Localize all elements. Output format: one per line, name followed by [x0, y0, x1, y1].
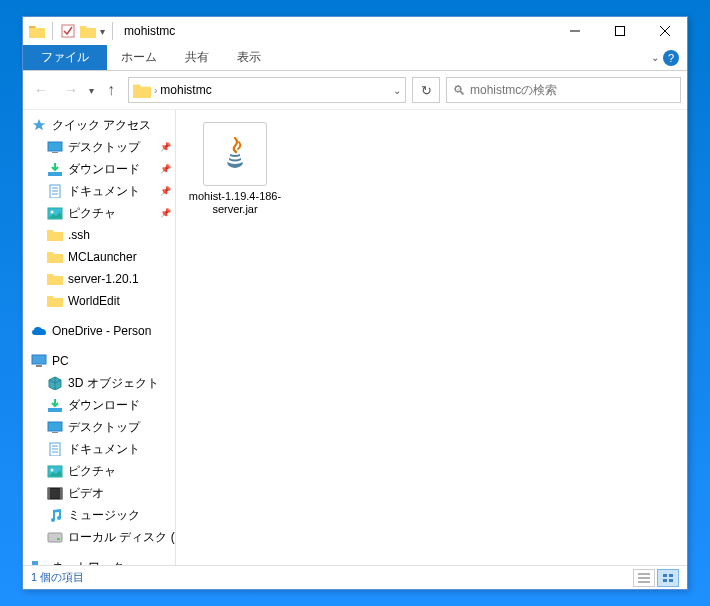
3d-icon — [47, 376, 63, 390]
nav-quick-item[interactable]: ピクチャ📌 — [23, 202, 175, 224]
close-button[interactable] — [642, 17, 687, 45]
pc-icon — [31, 354, 47, 368]
svg-rect-38 — [669, 579, 673, 582]
help-icon[interactable]: ? — [663, 50, 679, 66]
svg-rect-0 — [62, 25, 74, 37]
search-input[interactable] — [470, 83, 674, 97]
ribbon-tabs: ファイル ホーム 共有 表示 ⌄ ? — [23, 45, 687, 71]
document-icon — [47, 184, 63, 198]
ribbon-expand-icon[interactable]: ⌄ — [651, 52, 659, 63]
disk-icon — [47, 530, 63, 544]
pin-icon: 📌 — [160, 164, 171, 174]
address-folder-icon — [133, 82, 151, 98]
file-name: mohist-1.19.4-186-server.jar — [188, 190, 282, 216]
svg-rect-17 — [48, 422, 62, 431]
qat-properties-icon[interactable] — [60, 23, 76, 39]
tab-view[interactable]: 表示 — [223, 45, 275, 70]
svg-rect-29 — [57, 538, 60, 540]
separator — [52, 22, 53, 40]
star-icon — [31, 118, 47, 132]
nav-quick-item[interactable]: WorldEdit — [23, 290, 175, 312]
recent-locations-icon[interactable]: ▾ — [89, 85, 94, 96]
minimize-button[interactable] — [552, 17, 597, 45]
forward-button[interactable]: → — [59, 78, 83, 102]
svg-rect-2 — [615, 27, 624, 36]
back-button[interactable]: ← — [29, 78, 53, 102]
cloud-icon — [31, 324, 47, 338]
nav-network[interactable]: ネットワーク — [23, 556, 175, 565]
view-details-button[interactable] — [633, 569, 655, 587]
svg-rect-27 — [60, 488, 62, 499]
nav-quick-item[interactable]: .ssh — [23, 224, 175, 246]
svg-point-24 — [51, 469, 54, 472]
folder-icon — [47, 294, 63, 308]
nav-pc-item[interactable]: デスクトップ — [23, 416, 175, 438]
chevron-right-icon[interactable]: › — [154, 85, 157, 96]
svg-rect-18 — [52, 432, 58, 433]
svg-rect-7 — [48, 172, 62, 176]
svg-rect-30 — [32, 561, 38, 565]
nav-quick-item[interactable]: デスクトップ📌 — [23, 136, 175, 158]
svg-rect-28 — [48, 533, 62, 542]
navigation-bar: ← → ▾ ↑ › mohistmc ⌄ ↻ 🔍︎ — [23, 71, 687, 109]
search-icon: 🔍︎ — [453, 83, 466, 98]
nav-pc-item[interactable]: ドキュメント — [23, 438, 175, 460]
nav-quick-item[interactable]: MCLauncher — [23, 246, 175, 268]
nav-pc-item[interactable]: ダウンロード — [23, 394, 175, 416]
svg-rect-5 — [48, 142, 62, 151]
svg-rect-25 — [48, 488, 62, 499]
pin-icon: 📌 — [160, 142, 171, 152]
svg-rect-36 — [669, 574, 673, 577]
svg-point-13 — [51, 211, 54, 214]
tab-home[interactable]: ホーム — [107, 45, 171, 70]
pin-icon: 📌 — [160, 186, 171, 196]
nav-quick-item[interactable]: ドキュメント📌 — [23, 180, 175, 202]
video-icon — [47, 486, 63, 500]
address-segment[interactable]: mohistmc — [160, 83, 211, 97]
status-bar: 1 個の項目 — [23, 565, 687, 589]
navigation-pane[interactable]: クイック アクセス デスクトップ📌ダウンロード📌ドキュメント📌ピクチャ📌.ssh… — [23, 110, 176, 565]
tab-file[interactable]: ファイル — [23, 45, 107, 70]
refresh-button[interactable]: ↻ — [412, 77, 440, 103]
nav-quick-item[interactable]: server-1.20.1 — [23, 268, 175, 290]
nav-pc-item[interactable]: 3D オブジェクト — [23, 372, 175, 394]
nav-pc-item[interactable]: ミュージック — [23, 504, 175, 526]
view-icons-button[interactable] — [657, 569, 679, 587]
address-bar[interactable]: › mohistmc ⌄ — [128, 77, 406, 103]
nav-onedrive[interactable]: OneDrive - Person — [23, 320, 175, 342]
svg-rect-14 — [32, 355, 46, 364]
network-icon — [31, 560, 47, 565]
nav-pc-item[interactable]: ピクチャ — [23, 460, 175, 482]
download-icon — [47, 162, 63, 176]
folder-icon — [47, 272, 63, 286]
svg-rect-26 — [48, 488, 50, 499]
nav-quick-access[interactable]: クイック アクセス — [23, 114, 175, 136]
download-icon — [47, 398, 63, 412]
nav-pc-item[interactable]: ローカル ディスク (C — [23, 526, 175, 548]
music-icon — [47, 508, 63, 522]
separator — [112, 22, 113, 40]
titlebar-folder-icon — [29, 23, 45, 39]
svg-rect-16 — [48, 408, 62, 412]
svg-rect-15 — [36, 365, 42, 367]
up-button[interactable]: ↑ — [100, 79, 122, 101]
address-dropdown-icon[interactable]: ⌄ — [393, 85, 401, 96]
folder-icon — [47, 228, 63, 242]
search-box[interactable]: 🔍︎ — [446, 77, 681, 103]
tab-share[interactable]: 共有 — [171, 45, 223, 70]
qat-dropdown-icon[interactable]: ▾ — [100, 26, 105, 37]
window-title: mohistmc — [124, 24, 175, 38]
pictures-icon — [47, 464, 63, 478]
body: クイック アクセス デスクトップ📌ダウンロード📌ドキュメント📌ピクチャ📌.ssh… — [23, 109, 687, 565]
file-item[interactable]: mohist-1.19.4-186-server.jar — [188, 122, 282, 216]
nav-pc-item[interactable]: ビデオ — [23, 482, 175, 504]
pictures-icon — [47, 206, 63, 220]
nav-pc[interactable]: PC — [23, 350, 175, 372]
nav-quick-item[interactable]: ダウンロード📌 — [23, 158, 175, 180]
document-icon — [47, 442, 63, 456]
maximize-button[interactable] — [597, 17, 642, 45]
file-list[interactable]: mohist-1.19.4-186-server.jar — [176, 110, 687, 565]
svg-rect-37 — [663, 579, 667, 582]
qat-folder-icon[interactable] — [80, 23, 96, 39]
java-jar-icon — [203, 122, 267, 186]
